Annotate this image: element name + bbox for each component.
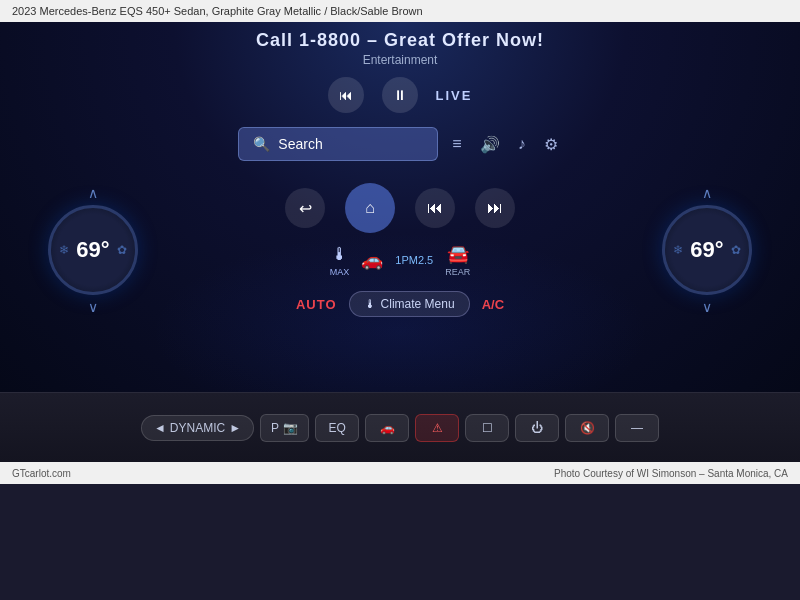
dash-icon: — (631, 421, 643, 435)
left-temp-up-arrow[interactable]: ∧ (88, 185, 98, 201)
pm-item: 1PM2.5 (395, 254, 433, 266)
search-box[interactable]: 🔍 Search (238, 127, 438, 161)
rewind-button[interactable]: ⏮ (328, 77, 364, 113)
source-label: GTcarlot.com (12, 468, 71, 479)
left-climate-dial[interactable]: ❄ ✿ 69° (48, 205, 138, 295)
playback-controls: ⏮ ⏸ LIVE (328, 77, 473, 113)
infotainment-screen: Call 1-8800 – Great Offer Now! Entertain… (0, 22, 800, 392)
power-button[interactable]: ⏻ (515, 414, 559, 442)
warning-icon: ⚠ (432, 421, 443, 435)
left-temp-down-arrow[interactable]: ∨ (88, 299, 98, 315)
right-temp-display: 69° (690, 237, 723, 263)
mute-icon: 🔇 (580, 421, 595, 435)
ac-button[interactable]: A/C (482, 297, 504, 312)
car-airflow-item: 🚗 (361, 249, 383, 271)
window-button[interactable]: ☐ (465, 414, 509, 442)
next-track-button[interactable]: ⏭ (475, 188, 515, 228)
live-badge: LIVE (436, 88, 473, 103)
fan-right-icon: ✿ (731, 243, 741, 257)
music-icon-button[interactable]: ♪ (514, 131, 530, 157)
snowflake-left-icon: ❄ (59, 243, 69, 257)
physical-controls-bar: ◄ DYNAMIC ► P 📷 EQ 🚗 ⚠ ☐ ⏻ 🔇 — (0, 392, 800, 462)
prev-track-button[interactable]: ⏮ (415, 188, 455, 228)
dynamic-label: DYNAMIC (170, 421, 225, 435)
right-temp-up-arrow[interactable]: ∧ (702, 185, 712, 201)
eq-button[interactable]: EQ (315, 414, 359, 442)
right-temp-down-arrow[interactable]: ∨ (702, 299, 712, 315)
search-label: Search (278, 136, 322, 152)
left-temp-display: 69° (76, 237, 109, 263)
nav-buttons-row: ↩ ⌂ ⏮ ⏭ (285, 183, 515, 233)
fan-left-icon: ✿ (117, 243, 127, 257)
watermark-bar: GTcarlot.com Photo Courtesy of WI Simons… (0, 462, 800, 484)
max-defrost-icon: 🌡 (331, 244, 349, 265)
search-row: 🔍 Search ≡ 🔊 ♪ ⚙ (60, 127, 740, 161)
entertainment-label: Entertainment (363, 53, 438, 67)
park-icon: P (271, 421, 279, 435)
credit-label: Photo Courtesy of WI Simonson – Santa Mo… (554, 468, 788, 479)
pm-value: 1PM2.5 (395, 254, 433, 266)
list-icon-button[interactable]: ≡ (448, 131, 465, 157)
mute-button[interactable]: 🔇 (565, 414, 609, 442)
back-button[interactable]: ↩ (285, 188, 325, 228)
right-arrow-icon: ► (229, 421, 241, 435)
parking-camera-button[interactable]: P 📷 (260, 414, 309, 442)
eq-label: EQ (328, 421, 345, 435)
car-airflow-icon: 🚗 (361, 249, 383, 271)
car-profile-button[interactable]: 🚗 (365, 414, 409, 442)
dash-button[interactable]: — (615, 414, 659, 442)
home-button[interactable]: ⌂ (345, 183, 395, 233)
nav-climate-row: ∧ ❄ ✿ 69° ∨ ↩ ⌂ ⏮ ⏭ 🌡 MAX (48, 183, 752, 317)
rear-defrost-item: 🚘 REAR (445, 243, 470, 277)
speaker-icon-button[interactable]: 🔊 (476, 131, 504, 158)
top-bar: 2023 Mercedes-Benz EQS 450+ Sedan, Graph… (0, 0, 800, 22)
auto-label[interactable]: AUTO (296, 297, 337, 312)
max-label: MAX (330, 267, 350, 277)
snowflake-right-icon: ❄ (673, 243, 683, 257)
max-defrost-item: 🌡 MAX (330, 244, 350, 277)
radio-text: Call 1-8800 – Great Offer Now! (256, 30, 544, 51)
car-profile-icon: 🚗 (380, 421, 395, 435)
settings-icon-button[interactable]: ⚙ (540, 131, 562, 158)
climate-info-row: 🌡 MAX 🚗 1PM2.5 🚘 REAR (330, 243, 470, 277)
dynamic-button[interactable]: ◄ DYNAMIC ► (141, 415, 254, 441)
hazard-warning-button[interactable]: ⚠ (415, 414, 459, 442)
rear-label: REAR (445, 267, 470, 277)
thermometer-icon: 🌡 (364, 297, 376, 311)
climate-menu-button[interactable]: 🌡 Climate Menu (349, 291, 470, 317)
power-icon: ⏻ (531, 421, 543, 435)
pause-button[interactable]: ⏸ (382, 77, 418, 113)
square-icon: ☐ (482, 421, 493, 435)
center-nav: ↩ ⌂ ⏮ ⏭ 🌡 MAX 🚗 1PM2.5 🚘 REA (285, 183, 515, 317)
right-climate-dial[interactable]: ❄ ✿ 69° (662, 205, 752, 295)
search-icon: 🔍 (253, 136, 270, 152)
page-title: 2023 Mercedes-Benz EQS 450+ Sedan, Graph… (12, 5, 423, 17)
rear-defrost-icon: 🚘 (447, 243, 469, 265)
left-arrow-icon: ◄ (154, 421, 166, 435)
camera-icon: 📷 (283, 421, 298, 435)
